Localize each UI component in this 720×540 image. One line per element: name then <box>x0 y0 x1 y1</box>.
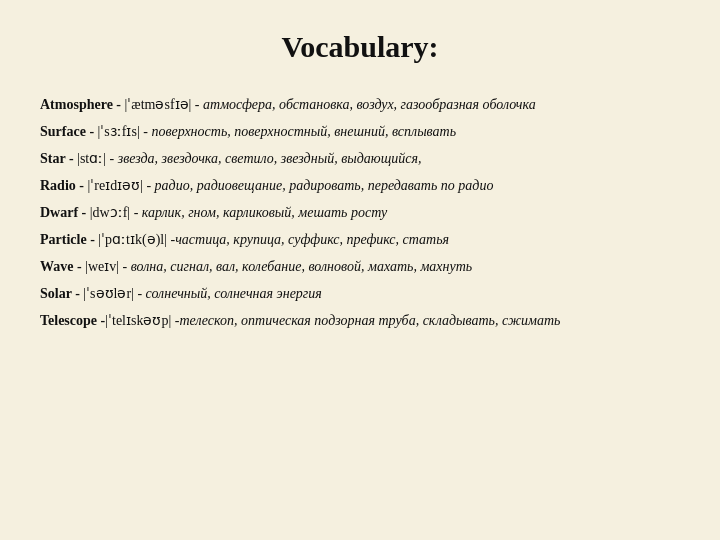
vocab-phonetic: |ˈsɜːfɪs| <box>94 124 140 139</box>
vocab-item: Dwarf - |dwɔːf| - карлик, гном, карликов… <box>40 202 680 223</box>
vocab-item: Wave - |weɪv| - волна, сигнал, вал, коле… <box>40 256 680 277</box>
vocab-phonetic: |weɪv| <box>82 259 119 274</box>
vocab-definition: - волна, сигнал, вал, колебание, волново… <box>119 259 472 274</box>
vocab-phonetic: |dwɔːf| <box>86 205 130 220</box>
vocab-term: Particle - <box>40 232 95 247</box>
vocab-item: Surface - |ˈsɜːfɪs| - поверхность, повер… <box>40 121 680 142</box>
vocab-list: Atmosphere - |ˈætməsfɪə| - атмосфера, об… <box>40 94 680 331</box>
vocab-term: Dwarf - <box>40 205 86 220</box>
vocab-definition: - звезда, звездочка, светило, звездный, … <box>106 151 421 166</box>
vocab-item: Atmosphere - |ˈætməsfɪə| - атмосфера, об… <box>40 94 680 115</box>
vocab-phonetic: |ˈreɪdɪəʊ| <box>84 178 143 193</box>
vocab-definition: - карлик, гном, карликовый, мешать росту <box>130 205 387 220</box>
vocab-definition: -частица, крупица, суффикс, префикс, ста… <box>167 232 449 247</box>
vocab-definition: - радио, радиовещание, радировать, перед… <box>143 178 493 193</box>
vocab-phonetic: |ˈsəʊlər| <box>80 286 134 301</box>
vocab-term: Wave - <box>40 259 82 274</box>
vocab-definition: - солнечный, солнечная энергия <box>134 286 322 301</box>
vocab-item: Radio - |ˈreɪdɪəʊ| - радио, радиовещание… <box>40 175 680 196</box>
vocab-phonetic: |stɑː| <box>74 151 106 166</box>
vocab-term: Atmosphere - <box>40 97 121 112</box>
vocab-item: Particle - |ˈpɑːtɪk(ə)l| -частица, крупи… <box>40 229 680 250</box>
page: Vocabulary: Atmosphere - |ˈætməsfɪə| - а… <box>0 0 720 540</box>
vocab-phonetic: |ˈpɑːtɪk(ə)l| <box>95 232 167 247</box>
vocab-definition: -телескоп, оптическая подзорная труба, с… <box>171 313 560 328</box>
vocab-term: Solar - <box>40 286 80 301</box>
page-title: Vocabulary: <box>40 30 680 64</box>
vocab-term: Radio - <box>40 178 84 193</box>
vocab-phonetic: |ˈtelɪskəʊp| <box>105 313 171 328</box>
vocab-definition: - поверхность, поверхностный, внешний, в… <box>140 124 456 139</box>
vocab-term: Surface - <box>40 124 94 139</box>
vocab-term: Star - <box>40 151 74 166</box>
vocab-definition: - атмосфера, обстановка, воздух, газообр… <box>191 97 535 112</box>
vocab-item: Telescope -|ˈtelɪskəʊp| -телескоп, оптич… <box>40 310 680 331</box>
vocab-item: Solar - |ˈsəʊlər| - солнечный, солнечная… <box>40 283 680 304</box>
vocab-phonetic: |ˈætməsfɪə| <box>121 97 191 112</box>
vocab-item: Star - |stɑː| - звезда, звездочка, свети… <box>40 148 680 169</box>
vocab-term: Telescope - <box>40 313 105 328</box>
